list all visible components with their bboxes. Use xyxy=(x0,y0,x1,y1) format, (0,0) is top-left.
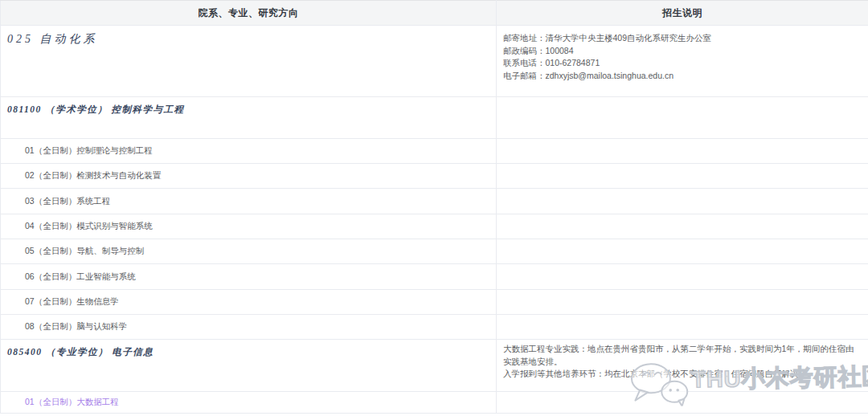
program-row: 01（全日制）控制理论与控制工程 xyxy=(1,139,868,164)
column-header-programs: 院系、专业、研究方向 xyxy=(1,1,497,26)
section-title-professional: 085400 （专业学位） 电子信息 xyxy=(1,340,497,392)
professional-section-row: 085400 （专业学位） 电子信息 大数据工程专业实践：地点在贵州省贵阳市，从… xyxy=(1,340,868,392)
department-contact-cell: 邮寄地址：清华大学中央主楼409自动化系研究生办公室 邮政编码：100084 联… xyxy=(497,26,868,97)
program-row-systems-engineering: 03（全日制）系统工程 xyxy=(1,189,497,214)
empty-cell xyxy=(497,214,868,239)
program-row-big-data-engineering-link[interactable]: 01（全日制）大数据工程 xyxy=(1,392,497,414)
academic-section-row: 081100 （学术学位） 控制科学与工程 xyxy=(1,97,868,139)
column-header-admission-notes: 招生说明 xyxy=(497,1,868,26)
table-header-row: 院系、专业、研究方向 招生说明 xyxy=(1,1,868,26)
contact-line-postal-code: 邮政编码：100084 xyxy=(503,45,860,58)
empty-cell xyxy=(497,239,868,264)
program-row-navigation-guidance: 05（全日制）导航、制导与控制 xyxy=(1,239,497,264)
program-row-control-theory: 01（全日制）控制理论与控制工程 xyxy=(1,139,497,164)
program-row-pattern-recognition: 04（全日制）模式识别与智能系统 xyxy=(1,214,497,239)
admissions-table: 院系、专业、研究方向 招生说明 025 自动化系 邮寄地址：清华大学中央主楼40… xyxy=(0,0,868,414)
program-row: 02（全日制）检测技术与自动化装置 xyxy=(1,164,868,189)
empty-cell xyxy=(497,264,868,290)
program-row-detection-technology: 02（全日制）检测技术与自动化装置 xyxy=(1,164,497,189)
program-row: 04（全日制）模式识别与智能系统 xyxy=(1,214,868,239)
note-enrollment-location: 入学报到等其他培养环节：均在北京本部（学校不安排住宿，住宿问题自行解决）。 xyxy=(503,368,860,381)
contact-line-mailing-address: 邮寄地址：清华大学中央主楼409自动化系研究生办公室 xyxy=(503,32,860,45)
program-row-brain-cognitive-science: 08（全日制）脑与认知科学 xyxy=(1,315,497,340)
contact-line-email: 电子邮箱：zdhxyjsb@mailoa.tsinghua.edu.cn xyxy=(503,70,860,83)
empty-cell xyxy=(497,189,868,214)
contact-line-phone: 联系电话：010-62784871 xyxy=(503,57,860,70)
admissions-page: 院系、专业、研究方向 招生说明 025 自动化系 邮寄地址：清华大学中央主楼40… xyxy=(0,0,868,416)
program-row: 08（全日制）脑与认知科学 xyxy=(1,315,868,340)
program-row: 05（全日制）导航、制导与控制 xyxy=(1,239,868,264)
empty-cell xyxy=(497,97,868,139)
program-row-bioinformatics: 07（全日制）生物信息学 xyxy=(1,290,497,315)
program-row: 06（全日制）工业智能与系统 xyxy=(1,264,868,290)
empty-cell xyxy=(497,139,868,164)
empty-cell xyxy=(497,290,868,315)
professional-notes-cell: 大数据工程专业实践：地点在贵州省贵阳市，从第二学年开始，实践时间为1年，期间的住… xyxy=(497,340,868,392)
section-title-academic: 081100 （学术学位） 控制科学与工程 xyxy=(1,97,497,139)
empty-cell xyxy=(497,392,868,414)
program-row: 07（全日制）生物信息学 xyxy=(1,290,868,315)
department-title: 025 自动化系 xyxy=(1,26,497,97)
department-row: 025 自动化系 邮寄地址：清华大学中央主楼409自动化系研究生办公室 邮政编码… xyxy=(1,26,868,97)
program-row: 01（全日制）大数据工程 xyxy=(1,392,868,414)
program-row: 03（全日制）系统工程 xyxy=(1,189,868,214)
program-row-industrial-intelligence: 06（全日制）工业智能与系统 xyxy=(1,264,497,290)
empty-cell xyxy=(497,315,868,340)
note-big-data-practice: 大数据工程专业实践：地点在贵州省贵阳市，从第二学年开始，实践时间为1年，期间的住… xyxy=(503,343,860,368)
empty-cell xyxy=(497,164,868,189)
